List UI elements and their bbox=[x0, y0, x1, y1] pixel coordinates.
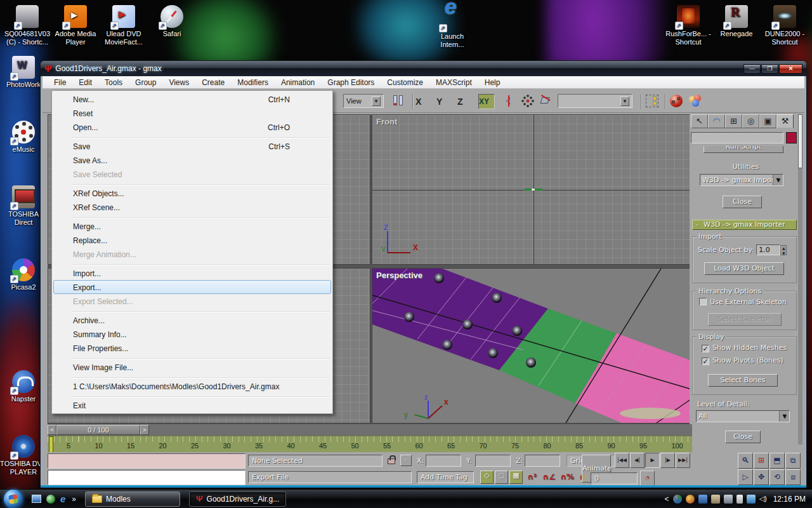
file-menu-item[interactable]: Save As... bbox=[53, 153, 331, 167]
mirror-icon[interactable] bbox=[501, 94, 517, 108]
start-button[interactable] bbox=[4, 490, 23, 508]
next-frame-button[interactable]: |▶ bbox=[660, 453, 675, 468]
desktop-icon[interactable]: Safari bbox=[148, 5, 195, 46]
percent-snap-icon[interactable]: ∩% bbox=[560, 472, 574, 481]
file-menu-item[interactable] bbox=[53, 355, 331, 360]
modify-tab-icon[interactable]: ◠ bbox=[708, 114, 725, 128]
tray-globe-icon[interactable] bbox=[673, 495, 682, 504]
add-time-tag[interactable]: Add Time Tag bbox=[417, 471, 474, 483]
desktop-icon[interactable]: SQ004681V03 (C) - Shortc... bbox=[4, 5, 51, 46]
select-bones-button[interactable]: Select Bones bbox=[708, 374, 778, 387]
file-menu-item[interactable]: New... Ctrl+N bbox=[53, 92, 331, 106]
internet-explorer-icon[interactable]: e bbox=[60, 495, 65, 503]
desktop-icon[interactable]: eMusic bbox=[0, 121, 47, 154]
shade-mode-icon[interactable]: ◇ bbox=[480, 471, 494, 484]
reference-coordinate-dropdown[interactable]: View ▼ bbox=[343, 94, 384, 108]
play-button[interactable]: ▶ bbox=[645, 453, 660, 468]
file-menu-item[interactable]: Archive... bbox=[53, 313, 331, 327]
messenger-offline-icon[interactable] bbox=[698, 495, 707, 504]
desktop-icon[interactable]: TOSHIBA Direct bbox=[0, 185, 47, 227]
file-menu-item[interactable]: Exit bbox=[53, 398, 331, 412]
window-tray-icon[interactable] bbox=[724, 495, 733, 504]
minimize-button[interactable]: — bbox=[743, 64, 761, 74]
desktop-icon[interactable]: DUNE2000 - Shortcut bbox=[761, 5, 808, 46]
layer-manager-icon[interactable] bbox=[644, 94, 660, 108]
file-menu-item[interactable] bbox=[53, 134, 331, 139]
file-menu-item[interactable]: View Image File... bbox=[53, 360, 331, 374]
file-menu-item[interactable]: 1 C:\Users\Maks\Documents\Modles\Good1Dr… bbox=[53, 379, 331, 393]
menu-item[interactable]: Group bbox=[129, 76, 162, 89]
cube-mode-icon[interactable]: ▦ bbox=[509, 471, 523, 484]
material-editor-icon[interactable] bbox=[687, 94, 704, 108]
restrict-xy-plane-button[interactable]: XY bbox=[478, 94, 495, 109]
hierarchy-tab-icon[interactable]: ⊞ bbox=[725, 114, 742, 128]
display-tab-icon[interactable]: ▣ bbox=[759, 114, 776, 128]
z-coordinate-field[interactable] bbox=[525, 455, 560, 467]
zoom-icon[interactable]: 🔍︎ bbox=[738, 453, 753, 469]
file-menu-item[interactable]: Merge... bbox=[53, 219, 331, 233]
desktop-icon[interactable]: TOSHIBA DVD PLAYER bbox=[0, 435, 47, 476]
file-menu-item[interactable]: Open... Ctrl+O bbox=[53, 120, 331, 134]
laptop-icon[interactable] bbox=[711, 495, 720, 504]
file-menu-item[interactable] bbox=[53, 374, 331, 379]
file-menu-item[interactable]: Export... bbox=[53, 280, 331, 294]
menu-item[interactable]: Create bbox=[195, 76, 231, 89]
front-object[interactable] bbox=[525, 189, 542, 190]
scrollbar-thumb[interactable] bbox=[798, 114, 802, 168]
desktop-icon[interactable]: Picasa2 bbox=[0, 258, 47, 291]
desktop-icon[interactable]: Renegade bbox=[713, 5, 760, 46]
desktop-icon[interactable]: RushForBe... - Shortcut bbox=[665, 5, 712, 46]
menu-item[interactable]: Graph Editors bbox=[321, 76, 381, 89]
script-field[interactable] bbox=[691, 132, 783, 144]
desktop-icon[interactable]: Ulead DVD MovieFact... bbox=[100, 5, 147, 46]
dotted-sphere-icon[interactable]: ◌ bbox=[495, 471, 508, 484]
absolute-mode-button[interactable]: ◦ bbox=[400, 455, 412, 466]
tray-chevron[interactable]: < bbox=[664, 495, 669, 504]
mini-listener[interactable] bbox=[48, 470, 246, 485]
render-icon[interactable] bbox=[668, 94, 684, 108]
track-bar-ruler[interactable]: 5101520253035404550556065707580859095100 bbox=[48, 436, 692, 452]
file-menu-item[interactable] bbox=[53, 261, 331, 266]
file-menu-item[interactable]: Save Selected bbox=[53, 167, 331, 181]
file-menu-item[interactable]: Replace... bbox=[53, 233, 331, 247]
key-icon[interactable]: ⚿ bbox=[582, 474, 588, 483]
selection-lock-icon[interactable] bbox=[388, 458, 395, 464]
file-menu-item[interactable]: Save Ctrl+S bbox=[53, 139, 331, 153]
time-configuration-icon[interactable]: ◔ bbox=[640, 471, 655, 486]
fov-icon[interactable]: ▷ bbox=[738, 469, 753, 485]
menu-item[interactable]: File bbox=[48, 76, 72, 89]
file-menu-item[interactable] bbox=[53, 181, 331, 186]
desktop-icon[interactable]: Adobe Media Player bbox=[52, 5, 99, 46]
utility-dropdown[interactable]: W3D -> gmax Importe ▼ bbox=[700, 174, 783, 186]
importer-close-button[interactable]: Close bbox=[725, 431, 761, 443]
current-frame-field[interactable]: 0 bbox=[591, 472, 638, 485]
menu-item[interactable]: MAXScript bbox=[429, 76, 478, 89]
pivot-center-icon[interactable] bbox=[390, 94, 407, 108]
task-button-modles[interactable]: Modles bbox=[85, 491, 180, 507]
titlebar[interactable]: Ψ Good1Drivers_Air.gmax - gmax — ❐ ✕ bbox=[41, 61, 806, 76]
motion-tab-icon[interactable]: ◎ bbox=[742, 114, 759, 128]
desktop-icon[interactable]: Napster bbox=[0, 370, 47, 403]
go-to-end-button[interactable]: ▶▶| bbox=[676, 453, 690, 468]
close-button[interactable]: ✕ bbox=[779, 64, 802, 74]
task-button-gmax[interactable]: Ψ Good1Drivers_Air.g... bbox=[189, 491, 286, 507]
menu-item[interactable]: Tools bbox=[98, 76, 129, 89]
viewport-perspective[interactable]: z x y Perspective bbox=[372, 268, 692, 424]
run-script-button-clipped[interactable]: Run Script bbox=[704, 146, 783, 154]
restrict-z-button[interactable]: Z bbox=[457, 94, 474, 109]
show-pivots-checkbox[interactable]: ✓ bbox=[702, 358, 709, 365]
named-selection-dropdown[interactable]: ▼ bbox=[558, 94, 632, 108]
array-icon[interactable] bbox=[520, 94, 536, 108]
previous-frame-button[interactable]: ◀| bbox=[630, 453, 645, 468]
y-coordinate-field[interactable] bbox=[475, 455, 511, 467]
pan-hand-icon[interactable]: ✥ bbox=[754, 469, 769, 485]
restrict-x-button[interactable]: X bbox=[416, 94, 432, 109]
show-hidden-meshes-checkbox[interactable]: ✓ bbox=[702, 345, 709, 352]
utilities-close-button[interactable]: Close bbox=[723, 196, 762, 208]
snap-toggle-icon[interactable]: ∩³ bbox=[527, 472, 537, 481]
min-max-toggle-icon[interactable]: ⧈ bbox=[785, 469, 801, 485]
volume-icon[interactable]: ◁) bbox=[759, 495, 767, 503]
load-w3d-object-button[interactable]: Load W3D Object bbox=[704, 262, 784, 275]
w3d-importer-rollout[interactable]: - W3D -> gmax Importer bbox=[692, 220, 797, 230]
utilities-tab-icon[interactable]: ⚒ bbox=[776, 114, 794, 128]
